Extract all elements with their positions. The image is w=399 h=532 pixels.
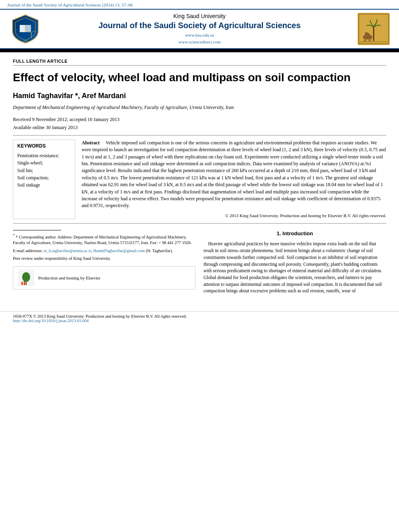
footnote-rule — [13, 230, 61, 230]
main-content: FULL LENGTH ARTICLE Effect of velocity, … — [0, 52, 399, 305]
footnote-email: E-mail addresses: st_h.taghavifar@urmia.… — [13, 248, 195, 254]
ksu-logo-container: 1957 — [7, 13, 43, 45]
section-divider-bottom — [13, 223, 386, 224]
section-divider-top — [13, 135, 386, 136]
right-column: 1. Introduction Heavier agricultural pra… — [204, 230, 386, 297]
page-header: 1957 King Saud University Journal of the… — [0, 9, 399, 49]
keywords-title: KEYWORDS — [17, 143, 71, 149]
received-date: Received 9 November 2012; accepted 10 Ja… — [13, 116, 386, 123]
keywords-box: KEYWORDS Penetration resistance; Single-… — [13, 140, 75, 219]
svg-line-15 — [370, 38, 371, 42]
svg-text:1957: 1957 — [23, 40, 27, 42]
abstract-text: Vehicle imposed soil compaction is one o… — [82, 140, 386, 209]
email2[interactable]: HamidTaghavifar@gmail.com — [93, 249, 145, 253]
bottom-bar: 1658-077X © 2013 King Saud University. P… — [0, 311, 399, 325]
authors: Hamid Taghavifar *, Aref Mardani — [13, 92, 386, 100]
svg-rect-0 — [20, 25, 25, 32]
svg-point-20 — [22, 272, 30, 282]
issn-text: 1658-077X © 2013 King Saud University. P… — [13, 314, 187, 318]
emblem-icon — [358, 13, 390, 45]
right-logo-container — [356, 13, 392, 45]
keyword-5: Soil sinkage — [17, 181, 71, 189]
journal-link-text: Journal of the Saudi Society of Agricult… — [7, 2, 133, 7]
url2: www.sciencedirect.com — [179, 39, 221, 44]
available-online-date: Available online 30 January 2013 — [13, 124, 386, 131]
introduction-heading: 1. Introduction — [204, 230, 386, 238]
article-title: Effect of velocity, wheel load and multi… — [13, 70, 386, 84]
body-columns: * * Corresponding author. Address: Depar… — [13, 230, 386, 297]
left-column: * * Corresponding author. Address: Depar… — [13, 230, 195, 297]
peer-review-note: Peer review under responsibility of King… — [13, 255, 195, 261]
keyword-1: Penetration resistance; — [17, 152, 71, 159]
journal-urls: www.ksu.edu.sa www.sciencedirect.com — [43, 32, 356, 45]
svg-line-14 — [369, 39, 369, 42]
keyword-3: Soil bin; — [17, 167, 71, 174]
copyright-line: © 2013 King Saud University. Production … — [82, 213, 386, 219]
abstract-section: KEYWORDS Penetration resistance; Single-… — [13, 140, 386, 219]
ksu-logo-icon: 1957 — [9, 13, 41, 45]
introduction-text: Heavier agricultural practices by more m… — [204, 240, 386, 294]
abstract-label: Abstract — [82, 140, 100, 146]
footnote-area: * * Corresponding author. Address: Depar… — [13, 230, 195, 261]
keyword-4: Soil compaction; — [17, 174, 71, 181]
svg-point-11 — [365, 32, 368, 35]
keyword-2: Single-wheel; — [17, 159, 71, 166]
url1: www.ksu.edu.sa — [185, 33, 214, 37]
elsevier-text: Production and hosting by Elsevier — [38, 275, 101, 280]
abstract-text-box: Abstract Vehicle imposed soil compaction… — [82, 140, 386, 219]
elsevier-logo-icon — [18, 270, 34, 286]
email1[interactable]: st_h.taghavifar@urmia.ac.ir — [44, 249, 91, 253]
keywords-list: Penetration resistance; Single-wheel; So… — [17, 152, 71, 189]
journal-link-bar: Journal of the Saudi Society of Agricult… — [0, 0, 399, 9]
svg-rect-18 — [21, 282, 23, 285]
elsevier-box: Production and hosting by Elsevier — [13, 266, 195, 290]
black-divider — [0, 49, 399, 52]
header-center: King Saud University Journal of the Saud… — [43, 13, 356, 45]
university-name: King Saud University — [43, 13, 356, 19]
affiliation: Department of Mechanical Engineering of … — [13, 104, 386, 111]
authors-text: Hamid Taghavifar *, Aref Mardani — [13, 92, 126, 100]
journal-title-header: Journal of the Saudi Society of Agricult… — [43, 21, 356, 30]
article-type-label: FULL LENGTH ARTICLE — [13, 59, 386, 66]
footnote-star: * * Corresponding author. Address: Depar… — [13, 233, 195, 246]
doi-link[interactable]: http://dx.doi.org/10.1016/j.jssas.2013.0… — [13, 318, 89, 323]
